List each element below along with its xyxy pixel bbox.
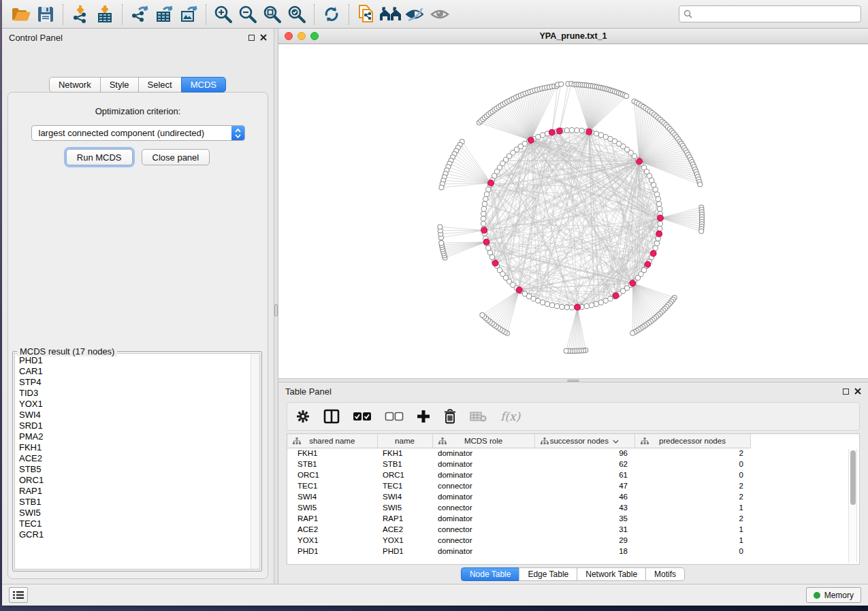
vertical-splitter[interactable] — [274, 29, 278, 584]
task-history-button[interactable] — [9, 587, 28, 603]
mcds-result-list[interactable]: PHD1CAR1STP4TID3YOX1SWI4SRD1PMA2FKH1ACE2… — [14, 353, 260, 569]
export-network-icon[interactable] — [127, 2, 152, 27]
table-cell[interactable]: 46 — [534, 491, 634, 502]
close-panel-icon[interactable] — [260, 34, 267, 41]
select-all-icon[interactable] — [353, 412, 372, 421]
zoom-selected-icon[interactable] — [285, 2, 309, 27]
mcds-result-item[interactable]: TEC1 — [15, 518, 250, 529]
zoom-out-icon[interactable] — [236, 2, 260, 27]
table-cell[interactable]: 61 — [534, 469, 634, 480]
window-close-icon[interactable] — [285, 32, 293, 40]
show-all-icon[interactable] — [428, 2, 452, 27]
table-cell[interactable]: YOX1 — [377, 535, 432, 546]
table-cell[interactable]: ACE2 — [377, 524, 432, 535]
column-header-mcds-role[interactable]: MCDS role — [432, 434, 534, 448]
run-mcds-button[interactable]: Run MCDS — [66, 149, 133, 165]
splitter-grip[interactable] — [567, 380, 579, 382]
tab-select[interactable]: Select — [138, 77, 182, 93]
table-cell[interactable]: 1 — [634, 535, 750, 546]
mcds-result-item[interactable]: PHD1 — [15, 355, 250, 366]
table-cell[interactable]: 2 — [634, 513, 750, 524]
zoom-fit-icon[interactable] — [260, 2, 285, 27]
table-cell[interactable]: 2 — [634, 448, 750, 459]
table-cell[interactable]: 96 — [534, 448, 634, 459]
tab-network-table[interactable]: Network Table — [577, 567, 646, 581]
table-cell[interactable]: RAP1 — [287, 513, 377, 524]
horizontal-splitter[interactable] — [278, 378, 868, 382]
table-cell[interactable]: 0 — [634, 469, 750, 480]
table-cell[interactable]: SWI5 — [377, 502, 432, 513]
mcds-result-item[interactable]: PMA2 — [15, 431, 250, 442]
function-builder-icon[interactable]: f(x) — [500, 410, 520, 423]
table-cell[interactable]: SWI4 — [287, 491, 377, 502]
add-row-icon[interactable] — [417, 410, 430, 423]
export-image-icon[interactable] — [176, 2, 201, 27]
column-header-name[interactable]: name — [377, 434, 432, 448]
table-row[interactable]: PHD1PHD1dominator180 — [287, 546, 751, 557]
hide-selected-icon[interactable] — [403, 2, 428, 27]
table-cell[interactable]: 2 — [634, 491, 750, 502]
float-panel-icon[interactable] — [248, 35, 255, 41]
table-cell[interactable]: SWI4 — [377, 491, 432, 502]
mcds-result-item[interactable]: GCR1 — [15, 529, 250, 540]
table-cell[interactable]: 1 — [634, 524, 750, 535]
table-cell[interactable]: dominator — [432, 491, 534, 502]
tab-edge-table[interactable]: Edge Table — [519, 567, 577, 581]
optimization-criterion-select[interactable]: largest connected component (undirected) — [31, 125, 245, 141]
window-zoom-icon[interactable] — [310, 32, 319, 40]
mcds-result-item[interactable]: ACE2 — [15, 453, 250, 464]
column-header-shared-name[interactable]: shared name — [287, 434, 377, 448]
table-settings-icon[interactable] — [295, 409, 310, 424]
close-panel-button[interactable]: Close panel — [142, 149, 210, 165]
table-cell[interactable]: FKH1 — [287, 448, 377, 459]
refresh-icon[interactable] — [319, 2, 344, 27]
table-cell[interactable]: 35 — [534, 513, 634, 524]
mcds-result-item[interactable]: RAP1 — [15, 486, 250, 497]
mcds-result-item[interactable]: YOX1 — [15, 399, 250, 410]
table-cell[interactable]: YOX1 — [287, 535, 377, 546]
table-cell[interactable]: RAP1 — [377, 513, 432, 524]
table-cell[interactable]: PHD1 — [287, 546, 377, 557]
table-cell[interactable]: 18 — [534, 546, 634, 557]
table-cell[interactable]: dominator — [432, 513, 534, 524]
table-row[interactable]: YOX1YOX1connector291 — [287, 535, 751, 546]
table-cell[interactable]: TEC1 — [287, 480, 377, 491]
save-icon[interactable] — [33, 2, 58, 27]
delete-table-icon[interactable] — [470, 411, 487, 422]
table-cell[interactable]: 47 — [534, 480, 634, 491]
table-cell[interactable]: FKH1 — [377, 448, 432, 459]
splitter-grip[interactable] — [274, 304, 278, 316]
table-cell[interactable]: 1 — [634, 502, 750, 513]
table-cell[interactable]: 43 — [534, 502, 634, 513]
table-cell[interactable]: 0 — [634, 459, 750, 469]
mcds-result-item[interactable]: STP4 — [15, 377, 250, 388]
table-cell[interactable]: connector — [432, 502, 534, 513]
table-cell[interactable]: dominator — [432, 546, 534, 557]
table-row[interactable]: RAP1RAP1dominator352 — [287, 513, 751, 524]
column-header-predecessor-nodes[interactable]: predecessor nodes — [634, 434, 750, 448]
table-cell[interactable]: 29 — [534, 535, 634, 546]
mcds-result-item[interactable]: SWI4 — [15, 410, 250, 420]
tab-mcds[interactable]: MCDS — [181, 77, 226, 93]
mcds-result-item[interactable]: CAR1 — [15, 366, 250, 377]
table-row[interactable]: FKH1FKH1dominator962 — [287, 448, 751, 459]
table-cell[interactable]: 62 — [534, 459, 634, 469]
network-canvas[interactable] — [278, 44, 868, 378]
scrollbar-thumb[interactable] — [850, 450, 856, 505]
mcds-result-item[interactable]: ORC1 — [15, 475, 250, 486]
table-cell[interactable]: connector — [432, 524, 534, 535]
float-panel-icon[interactable] — [843, 389, 849, 395]
open-file-icon[interactable] — [9, 2, 33, 27]
table-row[interactable]: ACE2ACE2connector311 — [287, 524, 751, 535]
table-cell[interactable]: dominator — [432, 469, 534, 480]
tab-style[interactable]: Style — [100, 77, 139, 93]
mcds-result-item[interactable]: FKH1 — [15, 442, 250, 453]
table-cell[interactable]: dominator — [432, 448, 534, 459]
column-header-successor-nodes[interactable]: successor nodes — [534, 434, 634, 448]
tab-motifs[interactable]: Motifs — [645, 567, 685, 581]
zoom-in-icon[interactable] — [211, 2, 236, 27]
table-cell[interactable]: STB1 — [377, 459, 432, 469]
table-row[interactable]: SWI5SWI5connector431 — [287, 502, 751, 513]
deselect-all-icon[interactable] — [385, 412, 404, 421]
table-scrollbar[interactable] — [848, 449, 857, 563]
